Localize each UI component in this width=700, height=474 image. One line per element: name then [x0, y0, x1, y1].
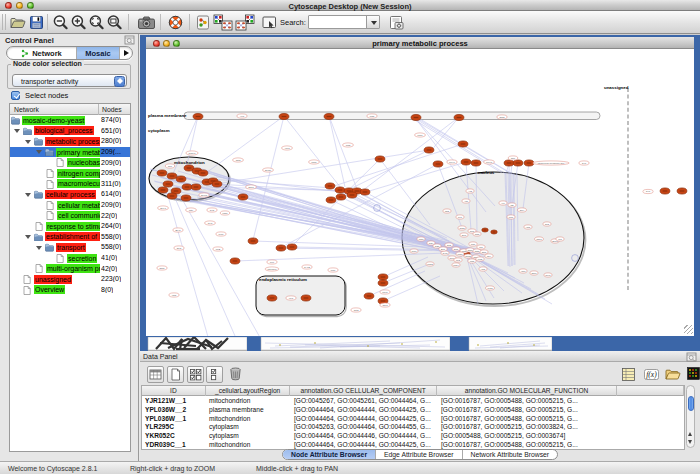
search-input[interactable]	[310, 16, 356, 27]
window-titlebar[interactable]: Cytoscape Desktop (New Session)	[0, 0, 700, 11]
tree-row[interactable]: establishment of lo558(0)	[10, 232, 130, 243]
attribute-table-header[interactable]: ID_cellularLayoutRegionannotation.GO CEL…	[142, 386, 684, 396]
select-nodes-checkbox[interactable]	[11, 91, 20, 100]
tree-row[interactable]: cell communicat22(0)	[10, 210, 130, 221]
zoom-fit-icon[interactable]	[106, 14, 123, 31]
tree-row-label: establishment of lo	[45, 232, 100, 241]
delete-attribute-icon[interactable]	[228, 366, 245, 383]
toolbar-grip[interactable]	[2, 14, 6, 30]
svg-text:Gl-m: Gl-m	[208, 222, 213, 224]
tree-col-divider[interactable]	[98, 104, 99, 115]
tree-expand-icon[interactable]	[25, 140, 31, 144]
network-tree-header[interactable]: Network Nodes	[10, 104, 130, 115]
scroll-up-icon[interactable]	[688, 432, 692, 436]
import-attributes-icon[interactable]	[664, 366, 681, 383]
new-attribute-button[interactable]	[167, 366, 184, 383]
tree-expand-icon[interactable]	[36, 150, 42, 154]
browser-tab[interactable]: Node Attribute Browser	[283, 450, 376, 459]
scroll-down-icon[interactable]	[688, 440, 692, 444]
tree-row[interactable]: metabolic process280(0)	[10, 136, 130, 147]
folder-icon	[45, 243, 54, 252]
tab-scroll-right-button[interactable]	[120, 47, 132, 59]
help-lifebuoy-icon[interactable]	[167, 14, 184, 31]
snapshot-camera-icon[interactable]	[137, 14, 154, 31]
network-file-icon	[46, 211, 55, 220]
tree-row[interactable]: mosaic-demo-yeast874(0)	[10, 115, 130, 126]
tree-row[interactable]: macromolecule311(0)	[10, 179, 130, 190]
annotation-icon[interactable]	[261, 14, 278, 31]
table-column-header[interactable]: _cellularLayoutRegion	[206, 386, 291, 396]
table-row[interactable]: YLR295Ccytoplasm[GO:0045263, GO:0044464,…	[142, 423, 684, 432]
tree-row[interactable]: Overview8(0)	[10, 285, 130, 296]
tab-mosaic[interactable]: Mosaic	[77, 47, 120, 59]
attribute-list-icon[interactable]	[620, 366, 637, 383]
vizmapper-icon[interactable]	[195, 14, 212, 31]
zoom-selected-icon[interactable]	[88, 14, 105, 31]
open-file-icon[interactable]	[9, 14, 26, 31]
toolbar-separator	[160, 14, 161, 30]
network-canvas[interactable]: Yor1Pdr5Snq2Cwh41Sec61Nd1Gpt2Sec59Ymr1Pg…	[146, 49, 694, 336]
table-cell: plasma membrane	[206, 406, 291, 415]
zoom-out-icon[interactable]	[52, 14, 69, 31]
svg-text:Bu-m: Bu-m	[175, 229, 180, 231]
search-dropdown-arrow[interactable]	[366, 16, 379, 28]
folder-icon	[11, 116, 20, 125]
tree-row[interactable]: primary metabo209(...	[10, 147, 130, 158]
network-window[interactable]: primary metabolic process Yor1Pdr5Snq2Cw…	[140, 35, 700, 337]
table-column-header[interactable]: annotation.GO MOLECULAR_FUNCTION	[437, 386, 617, 396]
svg-text:Nrg1: Nrg1	[468, 249, 474, 251]
save-session-icon[interactable]	[28, 14, 45, 31]
float-panel-icon[interactable]	[124, 35, 135, 45]
tree-expand-icon[interactable]	[25, 193, 31, 197]
table-column-header[interactable]	[617, 386, 684, 396]
svg-text:Lpp1: Lpp1	[418, 134, 424, 136]
table-row[interactable]: YPL036W__1mitochondrion[GO:0044464, GO:0…	[142, 415, 684, 424]
table-column-header[interactable]: annotation.GO CELLULAR_COMPONENT	[290, 386, 436, 396]
tree-row[interactable]: multi-organism pro42(0)	[10, 263, 130, 274]
table-scrollbar[interactable]	[686, 385, 695, 448]
browser-tab[interactable]: Network Attribute Browser	[463, 450, 558, 459]
tree-row[interactable]: nucleobase-209(0)	[10, 157, 130, 168]
search-options-icon[interactable]	[388, 14, 405, 31]
function-builder-icon[interactable]: f(x)	[643, 366, 660, 383]
svg-text:Mig1: Mig1	[419, 238, 425, 240]
network-overview-icon[interactable]	[235, 14, 255, 31]
data-panel-titlebar[interactable]: Data Panel	[140, 351, 700, 362]
search-combobox[interactable]	[308, 15, 380, 29]
tree-row[interactable]: unassigned223(0)	[10, 274, 130, 285]
attribute-matrix-icon[interactable]	[686, 366, 700, 383]
unselect-all-attributes-button[interactable]	[206, 366, 223, 383]
table-row[interactable]: YJR121W__1mitochondrion[GO:0045267, GO:0…	[142, 397, 684, 406]
select-attributes-button[interactable]	[147, 366, 164, 383]
tree-expand-icon[interactable]	[36, 246, 42, 250]
table-column-header[interactable]: ID	[142, 386, 206, 396]
svg-text:Snq2: Snq2	[499, 116, 505, 118]
tree-row[interactable]: cellular process614(0)	[10, 189, 130, 200]
tree-row[interactable]: secretion41(0)	[10, 253, 130, 264]
tab-network[interactable]: Network	[7, 47, 77, 59]
data-panel-float-icon[interactable]	[686, 352, 697, 361]
tree-expand-icon[interactable]	[14, 129, 20, 133]
manage-networks-icon[interactable]	[213, 14, 233, 31]
network-window-titlebar[interactable]: primary metabolic process	[146, 37, 694, 49]
tree-row[interactable]: transport558(0)	[10, 242, 130, 253]
svg-text:Snf1: Snf1	[454, 248, 459, 250]
tree-row[interactable]: response to stimulu264(0)	[10, 221, 130, 232]
table-row[interactable]: YKR052Ccytoplasm[GO:0044464, GO:0044446,…	[142, 432, 684, 441]
svg-text:GALE: GALE	[304, 266, 310, 268]
tree-row[interactable]: nitrogen compo209(0)	[10, 168, 130, 179]
tree-row[interactable]: cellular metabol209(0)	[10, 200, 130, 211]
dropdown-stepper-icon[interactable]	[114, 76, 125, 87]
svg-text:mitochondrion: mitochondrion	[174, 160, 205, 165]
table-row[interactable]: YPL036W__2plasma membrane[GO:0044464, GO…	[142, 406, 684, 415]
control-panel-tabbar: Network Mosaic	[6, 46, 133, 60]
tree-row[interactable]: biological_process651(0)	[10, 126, 130, 137]
browser-tab[interactable]: Edge Attribute Browser	[376, 450, 463, 459]
select-all-attributes-button[interactable]	[187, 366, 204, 383]
network-file-icon	[56, 158, 65, 167]
frame-resize-grip[interactable]	[684, 325, 693, 334]
tree-expand-icon[interactable]	[25, 235, 31, 239]
zoom-in-icon[interactable]	[70, 14, 87, 31]
table-scrollbar-thumb[interactable]	[688, 396, 695, 411]
node-color-dropdown[interactable]: transporter activity	[12, 74, 127, 87]
